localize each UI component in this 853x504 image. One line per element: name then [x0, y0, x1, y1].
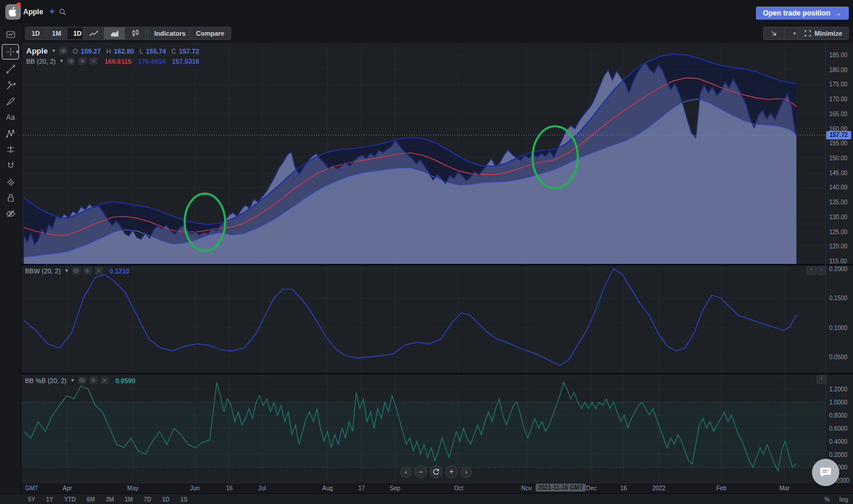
time-label[interactable]: Sep [390, 485, 400, 491]
reset-view-button[interactable] [429, 465, 443, 478]
time-label[interactable]: Apr [63, 485, 72, 491]
range-button-1s[interactable]: 1S [175, 496, 193, 503]
trendline-icon [5, 64, 16, 74]
bbw-indicator-label[interactable]: BBW (20, 2) [25, 267, 61, 275]
range-button-6m[interactable]: 6M [81, 496, 100, 503]
axis-tick-label: 115.00 [829, 258, 847, 265]
shrink-chart-button[interactable] [764, 27, 784, 39]
compare-button[interactable]: Compare [189, 27, 231, 40]
range-button-7d[interactable]: 7D [138, 496, 157, 503]
arrow-down-right-icon [770, 30, 777, 37]
line-chart-button[interactable] [83, 27, 104, 39]
range-button-1m[interactable]: 1M [119, 496, 138, 503]
tool-pattern[interactable] [0, 125, 21, 141]
main-legend-row: Apple ▼ O159.27 H162.80 L155.74 C157.72 [26, 46, 199, 55]
time-label[interactable]: 16 [620, 485, 627, 491]
settings-gear-icon[interactable] [89, 377, 98, 384]
eye-icon[interactable] [78, 377, 86, 384]
bb-indicator-value: 175.6914 [138, 58, 166, 65]
chevron-down-icon: ▼ [64, 268, 69, 273]
legend-symbol[interactable]: Apple [26, 46, 48, 55]
range-button-3m[interactable]: 3M [100, 496, 119, 503]
tool-eraser[interactable] [0, 173, 21, 189]
range-button-ytd[interactable]: YTD [58, 496, 81, 503]
tool-position-tool[interactable] [0, 141, 21, 157]
time-label[interactable]: 16 [226, 485, 232, 491]
axis-tick-label: 0.2000 [829, 266, 848, 272]
chevron-down-icon: ▼ [60, 58, 64, 64]
axis-tick-label: 170.00 [829, 96, 848, 102]
chat-support-button[interactable] [812, 459, 839, 486]
axis-tick-label: 1.0000 [829, 399, 848, 406]
axis-tick-label: 180.00 [829, 66, 848, 73]
time-label[interactable]: Dec [586, 485, 597, 491]
hide-drawings-icon [5, 209, 16, 219]
pane-move-up-button[interactable]: ↑ [807, 266, 816, 275]
range-button-1d[interactable]: 1D [157, 496, 175, 503]
axis-tick-label: 155.00 [829, 140, 848, 147]
tool-trendline[interactable] [0, 61, 21, 77]
bb-indicator-value: 166.6115 [104, 58, 131, 65]
candles-chart-button[interactable] [125, 27, 146, 39]
zoom-in-button[interactable]: + [445, 465, 458, 478]
time-label[interactable]: Jun [190, 485, 200, 491]
timezone-label[interactable]: GMT [25, 485, 38, 491]
time-label[interactable]: Aug [322, 485, 333, 491]
interval-button-1d[interactable]: 1D [26, 27, 46, 39]
refresh-icon [432, 468, 440, 475]
scale-toggle-percent[interactable]: % [820, 496, 835, 503]
settings-gear-icon[interactable] [83, 267, 92, 275]
ohlc-open-value: 159.27 [81, 48, 101, 55]
crosshair-icon [5, 46, 16, 57]
time-label[interactable]: Nov [521, 485, 532, 491]
close-icon[interactable] [101, 377, 109, 384]
symbol-name: Apple [23, 8, 43, 16]
axis-tick-label: 140.00 [829, 184, 848, 191]
search-icon[interactable] [58, 8, 67, 18]
tool-text-tool[interactable]: Aa [0, 109, 21, 125]
open-trade-position-button[interactable]: Open trade position→ [756, 7, 849, 20]
time-label[interactable]: 2022 [652, 485, 665, 491]
settings-gear-icon[interactable] [78, 57, 86, 65]
eye-icon[interactable] [72, 267, 80, 275]
axis-tick-label: 0.1000 [829, 324, 848, 331]
minimize-button[interactable]: Minimize [798, 27, 849, 40]
range-button-5y[interactable]: 5Y [23, 496, 41, 503]
close-icon[interactable] [89, 57, 98, 65]
arrow-right-icon: → [835, 9, 842, 17]
time-label[interactable]: May [127, 485, 139, 491]
ohlc-high-value: 162.80 [114, 48, 134, 55]
tool-hide-drawings[interactable] [0, 206, 21, 222]
close-icon[interactable] [95, 267, 103, 275]
tool-pitchfork[interactable] [0, 77, 21, 93]
time-label[interactable]: Feb [716, 485, 726, 491]
bbw-indicator-value: 0.1210 [110, 267, 130, 275]
tool-chart-preview[interactable] [0, 26, 21, 42]
pane-move-up-button[interactable]: ↑ [817, 375, 826, 384]
favorite-star-icon[interactable]: ★ [49, 7, 55, 15]
axis-tick-label: 130.00 [829, 213, 848, 220]
tool-brush[interactable] [0, 93, 21, 109]
area-chart-button[interactable] [104, 27, 125, 39]
eye-icon[interactable] [67, 57, 75, 65]
percent-b-indicator-label[interactable]: BB %B (20, 2) [25, 377, 67, 384]
time-label[interactable]: Jul [259, 485, 266, 491]
tool-crosshair[interactable] [2, 44, 19, 60]
pane-move-down-button[interactable]: ↓ [817, 266, 826, 275]
time-label[interactable]: Mar [779, 485, 789, 491]
zoom-out-button[interactable]: − [414, 465, 427, 478]
tool-lock[interactable] [0, 189, 21, 206]
pan-right-button[interactable]: › [460, 466, 472, 478]
interval-button-1m[interactable]: 1M [46, 27, 67, 39]
time-label[interactable]: Oct [454, 485, 463, 491]
tool-magnet[interactable] [0, 157, 21, 173]
chevron-down-icon: ▼ [51, 48, 56, 54]
time-axis[interactable]: GMT AprMayJun16JulAug17SepOctNovDec16202… [21, 483, 853, 494]
range-button-1y[interactable]: 1Y [41, 496, 58, 503]
pan-left-button[interactable]: ‹ [400, 466, 412, 478]
scale-toggle-log[interactable]: log [835, 496, 853, 503]
time-label[interactable]: 17 [358, 485, 365, 491]
brush-icon [5, 96, 16, 107]
eye-icon[interactable] [59, 47, 67, 55]
bb-indicator-label[interactable]: BB (20, 2) [26, 58, 56, 65]
